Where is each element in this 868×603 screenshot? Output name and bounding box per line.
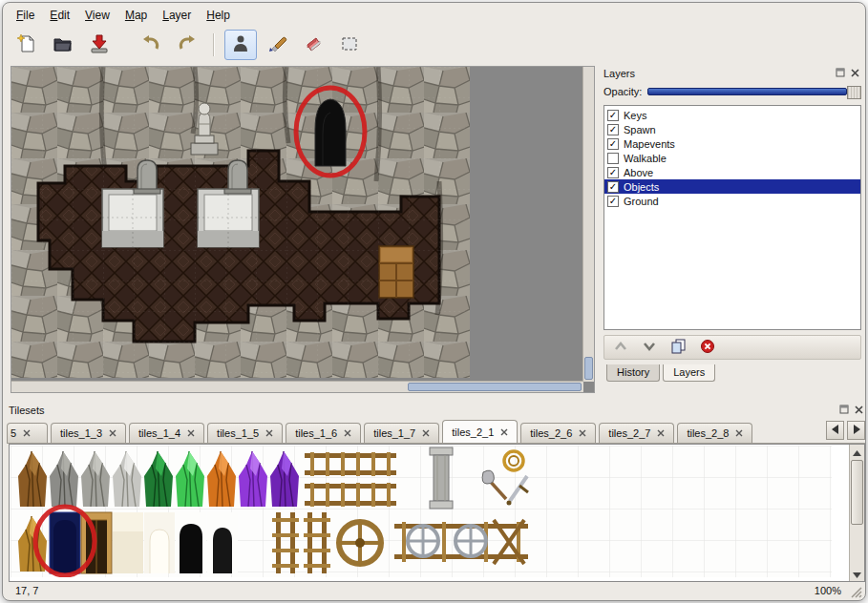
float-panel-button[interactable]: [837, 404, 850, 416]
tab-history[interactable]: History: [606, 364, 660, 382]
tileset-content[interactable]: [9, 444, 865, 582]
eraser-tool-icon: [303, 33, 324, 57]
layer-row-spawn[interactable]: ✓ Spawn: [604, 122, 860, 136]
wheel-tile[interactable]: [339, 522, 381, 564]
opacity-slider-thumb[interactable]: [847, 86, 861, 99]
tileset-vertical-scrollbar[interactable]: [849, 445, 864, 581]
tileset-scroll-thumb[interactable]: [851, 460, 863, 525]
save-button[interactable]: [83, 30, 116, 60]
layer-checkbox[interactable]: ✓: [607, 138, 619, 150]
entity-tool-button[interactable]: [224, 30, 257, 60]
map-horizontal-scroll-thumb[interactable]: [408, 383, 582, 391]
tileset-tab[interactable]: tiles_1_4: [129, 423, 204, 443]
delete-layer-button[interactable]: [700, 339, 715, 357]
layer-row-walkable[interactable]: Walkable: [604, 151, 860, 165]
close-tab-icon[interactable]: [187, 429, 195, 437]
menubar: File Edit View Map Layer Help: [3, 3, 865, 28]
close-tab-icon[interactable]: [735, 429, 743, 437]
menu-edit[interactable]: Edit: [42, 6, 77, 25]
layer-row-ground[interactable]: ✓ Ground: [604, 194, 860, 208]
tileset-tab-active[interactable]: tiles_2_1: [442, 420, 518, 444]
open-button[interactable]: [47, 30, 79, 60]
layer-label: Ground: [624, 196, 659, 207]
layer-checkbox[interactable]: [607, 153, 619, 164]
layer-label: Mapevents: [624, 138, 675, 150]
tileset-tab[interactable]: tiles_1_6: [286, 423, 361, 443]
redo-button[interactable]: [171, 30, 203, 60]
tileset-canvas[interactable]: [11, 446, 832, 580]
scroll-tabs-right-button[interactable]: [847, 421, 865, 440]
tileset-tab[interactable]: tiles_1_7: [364, 423, 439, 443]
duplicate-layer-button[interactable]: [670, 338, 687, 357]
map-horizontal-scrollbar[interactable]: [11, 381, 583, 392]
layer-checkbox[interactable]: ✓: [607, 110, 619, 121]
close-tab-icon[interactable]: [579, 429, 586, 437]
tileset-tab[interactable]: tiles_2_8: [677, 423, 752, 443]
tileset-tab[interactable]: 5: [7, 423, 48, 443]
layer-row-keys[interactable]: ✓ Keys: [604, 108, 860, 122]
tileset-tab-label: tiles_1_3: [60, 427, 102, 439]
layer-row-objects[interactable]: ✓ Objects: [604, 179, 860, 194]
float-icon: [836, 68, 845, 79]
tileset-tab-label: tiles_1_5: [217, 427, 259, 439]
cave-entrance-tile-2[interactable]: [207, 512, 238, 573]
float-panel-button[interactable]: [834, 67, 846, 79]
tab-layers[interactable]: Layers: [663, 364, 715, 382]
new-button[interactable]: [11, 30, 43, 60]
menu-view[interactable]: View: [77, 6, 117, 25]
resize-grip[interactable]: [849, 585, 862, 600]
menu-map[interactable]: Map: [117, 6, 155, 25]
scroll-tabs-left-button[interactable]: [826, 421, 844, 440]
close-tab-icon[interactable]: [422, 429, 430, 437]
close-tab-icon[interactable]: [23, 429, 31, 437]
layer-checkbox[interactable]: ✓: [607, 196, 619, 207]
pale-tile-1[interactable]: [113, 512, 143, 573]
layers-panel-title: Layers: [603, 68, 831, 79]
close-panel-button[interactable]: [853, 404, 865, 416]
layer-checkbox[interactable]: ✓: [607, 167, 619, 178]
select-region-tool-button[interactable]: [333, 30, 366, 60]
opacity-slider[interactable]: [647, 86, 861, 97]
close-tab-icon[interactable]: [657, 429, 665, 437]
layer-checkbox[interactable]: ✓: [607, 124, 619, 135]
menu-layer[interactable]: Layer: [155, 6, 199, 25]
map-canvas[interactable]: [11, 67, 470, 378]
move-layer-down-button[interactable]: [642, 340, 657, 356]
layer-row-above[interactable]: ✓ Above: [604, 165, 860, 179]
cave-entrance-tile-1[interactable]: [176, 512, 206, 573]
menu-file[interactable]: File: [9, 6, 42, 25]
pale-tile-2[interactable]: [144, 512, 175, 573]
door-tile-navy-selected[interactable]: [50, 512, 80, 573]
menu-help[interactable]: Help: [199, 6, 238, 25]
scroll-down-button[interactable]: [850, 567, 864, 581]
map-vertical-scrollbar[interactable]: [582, 67, 594, 382]
eraser-tool-button[interactable]: [297, 30, 329, 60]
dock-tabs: History Layers: [606, 364, 863, 382]
track-crossing-tiles[interactable]: [394, 520, 528, 564]
tileset-tab-label: tiles_1_6: [295, 427, 337, 439]
tileset-tab[interactable]: tiles_1_5: [207, 423, 283, 443]
column-tile[interactable]: [430, 447, 453, 509]
tileset-tab[interactable]: tiles_2_6: [520, 423, 596, 443]
close-panel-button[interactable]: [849, 67, 861, 79]
close-tab-icon[interactable]: [109, 429, 116, 437]
tileset-tab[interactable]: tiles_1_3: [51, 423, 126, 443]
move-layer-up-button[interactable]: [613, 340, 628, 356]
close-tab-icon[interactable]: [500, 428, 508, 436]
zoom-level: 100%: [815, 585, 841, 596]
entity-tool-icon: [230, 33, 251, 57]
undo-button[interactable]: [135, 30, 167, 60]
brush-tool-button[interactable]: [261, 30, 293, 60]
layer-label: Keys: [624, 110, 646, 121]
close-icon: [855, 405, 863, 416]
close-icon: [851, 68, 859, 79]
map-vertical-scroll-thumb[interactable]: [584, 357, 593, 380]
scroll-up-button[interactable]: [850, 445, 864, 459]
close-tab-icon[interactable]: [265, 429, 273, 437]
undo-icon: [140, 33, 161, 57]
tileset-tab[interactable]: tiles_2_7: [599, 423, 674, 443]
layer-checkbox[interactable]: ✓: [607, 181, 619, 193]
close-tab-icon[interactable]: [344, 429, 351, 437]
layer-row-mapevents[interactable]: ✓ Mapevents: [604, 136, 860, 151]
tileset-tab-label: tiles_2_1: [452, 426, 494, 438]
